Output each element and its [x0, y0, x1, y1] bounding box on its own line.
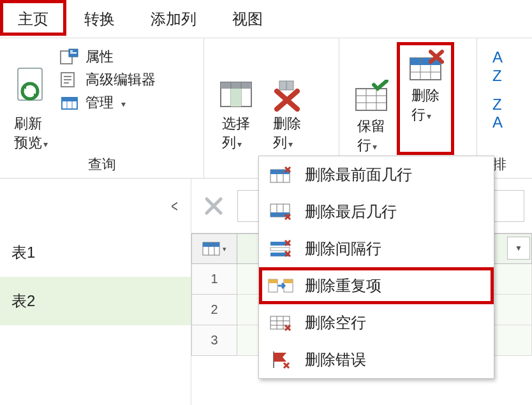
column-filter-icon[interactable]: ▼ — [507, 237, 530, 260]
remove-errors-item[interactable]: 删除错误 — [259, 341, 494, 378]
choose-columns-button[interactable]: 选择 列 — [211, 42, 262, 152]
sort-buttons[interactable]: AZ ZA — [492, 48, 503, 152]
query-item-1[interactable]: 表1 — [0, 228, 191, 277]
properties-button[interactable]: 属性 — [60, 47, 156, 66]
remove-bottom-rows-item[interactable]: 删除最后几行 — [259, 193, 494, 230]
advanced-editor-label: 高级编辑器 — [85, 70, 156, 89]
svg-rect-18 — [231, 89, 241, 107]
svg-rect-15 — [221, 82, 251, 89]
remove-bottom-rows-icon — [268, 201, 293, 223]
remove-duplicates-icon — [268, 275, 293, 297]
svg-rect-49 — [284, 279, 293, 283]
select-all-corner[interactable]: ▾ — [191, 233, 237, 264]
remove-top-rows-label: 删除最前面几行 — [305, 165, 412, 185]
svg-rect-47 — [269, 279, 277, 283]
refresh-icon — [13, 66, 48, 112]
tab-transform[interactable]: 转换 — [66, 0, 133, 36]
row-header-3[interactable]: 3 — [191, 325, 237, 356]
group-query: 刷新 预览 属性 — [0, 38, 204, 178]
keep-rows-button[interactable]: 保留 行 — [346, 42, 397, 155]
formula-cancel-icon[interactable] — [199, 191, 228, 221]
remove-errors-label: 删除错误 — [305, 350, 366, 370]
remove-columns-icon — [268, 77, 306, 112]
remove-duplicates-label: 删除重复项 — [305, 276, 381, 296]
tab-home[interactable]: 主页 — [0, 0, 66, 36]
svg-rect-44 — [270, 247, 290, 251]
remove-errors-icon — [268, 349, 293, 371]
advanced-editor-button[interactable]: 高级编辑器 — [60, 70, 156, 89]
remove-rows-icon — [406, 49, 445, 84]
remove-rows-dropdown: 删除最前面几行 删除最后几行 删除间隔行 删除重复项 删除空行 — [258, 156, 494, 379]
svg-rect-21 — [356, 89, 387, 110]
advanced-editor-icon — [60, 71, 79, 88]
remove-top-rows-item[interactable]: 删除最前面几行 — [259, 156, 494, 193]
remove-blank-rows-icon — [268, 312, 293, 334]
remove-duplicates-item[interactable]: 删除重复项 — [259, 267, 494, 304]
tab-view[interactable]: 视图 — [214, 0, 281, 36]
remove-blank-rows-item[interactable]: 删除空行 — [259, 304, 494, 341]
remove-blank-rows-label: 删除空行 — [305, 313, 366, 333]
keep-rows-icon — [352, 80, 390, 114]
remove-top-rows-icon — [268, 164, 293, 186]
refresh-label: 刷新 预览 — [14, 115, 42, 151]
row-header-1[interactable]: 1 — [191, 264, 237, 295]
svg-rect-4 — [70, 50, 73, 52]
remove-alternate-rows-label: 删除间隔行 — [305, 239, 381, 259]
refresh-preview-button[interactable]: 刷新 预览 — [6, 42, 55, 152]
group-query-label: 查询 — [6, 152, 197, 178]
table-icon — [202, 242, 220, 256]
remove-alternate-rows-item[interactable]: 删除间隔行 — [259, 230, 494, 267]
remove-rows-button[interactable]: 删除 行 — [403, 48, 448, 124]
collapse-pane-icon[interactable]: < — [171, 196, 178, 216]
remove-rows-highlight: 删除 行 — [397, 42, 454, 155]
tab-addcolumn[interactable]: 添加列 — [133, 0, 214, 36]
queries-pane: < 表1 表2 — [0, 179, 191, 405]
manage-icon — [60, 94, 79, 111]
properties-label: 属性 — [85, 47, 114, 66]
remove-columns-button[interactable]: 删除 列 — [262, 42, 313, 152]
svg-rect-32 — [203, 242, 219, 247]
row-header-2[interactable]: 2 — [191, 295, 237, 325]
svg-rect-5 — [70, 52, 77, 54]
remove-alternate-rows-icon — [268, 238, 293, 260]
remove-bottom-rows-label: 删除最后几行 — [305, 202, 397, 222]
manage-label: 管理 — [85, 93, 114, 112]
properties-icon — [60, 48, 79, 65]
query-item-2[interactable]: 表2 — [0, 277, 191, 325]
ribbon-tabs: 主页 转换 添加列 视图 — [0, 0, 532, 38]
choose-columns-icon — [217, 77, 255, 112]
svg-rect-11 — [62, 98, 77, 101]
manage-button[interactable]: 管理 — [60, 93, 156, 112]
